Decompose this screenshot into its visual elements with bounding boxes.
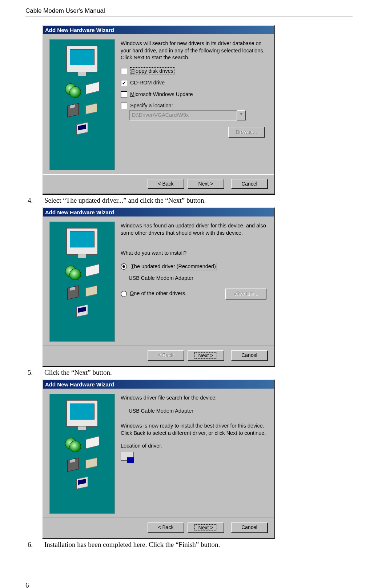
location-label: Location of driver: [121, 442, 266, 450]
back-button: < Back [148, 350, 184, 361]
browse-button: Browse... [228, 127, 265, 138]
checkbox-label: CD-ROM drive [130, 79, 165, 87]
wizard-dialog-ready-install: Add New Hardware Wizard [42, 380, 275, 539]
pc-icon [76, 305, 88, 317]
checkbox-icon [121, 91, 127, 98]
cd-icon [65, 266, 79, 279]
next-button[interactable]: Next > [188, 523, 224, 533]
step-text: Installation has been completed here. Cl… [44, 541, 353, 549]
step-text: Select “The updated driver...” and click… [44, 196, 353, 204]
checkbox-icon [121, 68, 127, 74]
floppy-icon [67, 103, 79, 118]
radio-label: The updated driver (Recommended) [130, 263, 217, 271]
step-5: 5. Click the “Next” button. [25, 369, 353, 377]
box-icon [85, 458, 97, 469]
dialog-title: Add New Hardware Wizard [43, 26, 274, 34]
checkbox-icon [121, 103, 127, 109]
card-icon [85, 436, 99, 449]
floppy-icon [67, 286, 79, 300]
dialog-question: What do you want to install? [121, 250, 266, 257]
dialog-intro-text: Windows has found an updated driver for … [121, 222, 266, 237]
dialog-title: Add New Hardware Wizard [43, 380, 274, 389]
cancel-button[interactable]: Cancel [231, 350, 268, 361]
drive-icon [121, 452, 134, 461]
wizard-dialog-search-locations: Add New Hardware Wizard [42, 25, 275, 194]
next-button[interactable]: Next > [188, 179, 224, 188]
radio-icon [121, 291, 127, 297]
page-header: Cable Modem User's Manual [25, 7, 353, 16]
wizard-side-graphic [49, 39, 115, 170]
radio-icon [121, 263, 127, 270]
checkbox-label: Microsoft Windows Update [130, 91, 193, 98]
step-text: Click the “Next” button. [44, 369, 353, 377]
monitor-icon [66, 45, 98, 72]
step-4: 4. Select “The updated driver...” and cl… [25, 196, 353, 204]
detected-device-name: USB Cable Modem Adapter [129, 408, 266, 415]
monitor-icon [66, 400, 98, 427]
box-icon [85, 286, 97, 297]
box-icon [85, 103, 97, 115]
wizard-side-graphic [49, 222, 115, 342]
checkbox-label: Floppy disk drives [130, 67, 174, 75]
location-path-field: D:\Driver\VGACard\W9x ▾ [129, 110, 246, 120]
wizard-side-graphic [49, 394, 115, 514]
pc-icon [76, 122, 88, 135]
next-button[interactable]: Next > [188, 350, 224, 361]
dialog-line2: Windows is now ready to install the best… [121, 422, 266, 437]
step-number: 4. [25, 196, 44, 204]
wizard-dialog-choose-driver: Add New Hardware Wizard [42, 207, 275, 366]
pc-icon [76, 477, 88, 489]
card-icon [85, 264, 99, 277]
radio-label: One of the other drivers. [130, 290, 186, 297]
cancel-button[interactable]: Cancel [231, 179, 268, 188]
step-6: 6. Installation has been completed here.… [25, 541, 353, 549]
step-number: 6. [25, 541, 44, 549]
monitor-icon [66, 228, 98, 255]
radio-updated-driver[interactable]: The updated driver (Recommended) [121, 263, 266, 271]
dialog-title: Add New Hardware Wizard [43, 208, 274, 216]
floppy-icon [67, 458, 79, 472]
radio-other-drivers[interactable]: One of the other drivers. [121, 290, 186, 297]
detected-device-name: USB Cable Modem Adapter [129, 275, 266, 282]
checkbox-cdrom[interactable]: CD-ROM drive [121, 79, 266, 87]
page-number: 6 [25, 581, 353, 588]
back-button[interactable]: < Back [148, 523, 184, 533]
step-number: 5. [25, 369, 44, 377]
checkbox-floppy[interactable]: Floppy disk drives [121, 67, 266, 75]
cd-icon [65, 438, 79, 452]
checkbox-windows-update[interactable]: Microsoft Windows Update [121, 91, 266, 98]
checkbox-icon [121, 80, 127, 86]
dialog-line1: Windows driver file search for the devic… [121, 394, 266, 402]
location-path-input: D:\Driver\VGACard\W9x [129, 110, 237, 120]
cd-icon [65, 83, 79, 97]
card-icon [85, 82, 99, 94]
view-list-button: View List... [225, 289, 266, 299]
cancel-button[interactable]: Cancel [231, 523, 268, 533]
back-button[interactable]: < Back [148, 179, 184, 188]
dialog-intro-text: Windows will search for new drivers in i… [121, 40, 266, 61]
checkbox-specify-location[interactable]: Specify a location: [121, 102, 266, 110]
dropdown-icon: ▾ [237, 110, 246, 120]
checkbox-label: Specify a location: [130, 102, 173, 110]
